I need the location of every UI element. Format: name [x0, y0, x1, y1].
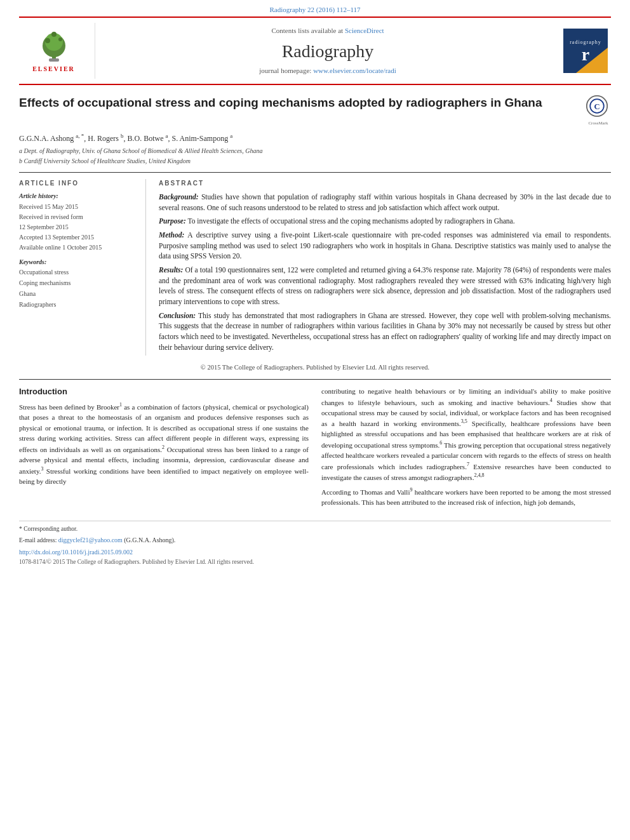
affiliation-b: b Cardiff University School of Healthcar… — [19, 157, 611, 166]
journal-title: Radiography — [102, 39, 554, 63]
article-title: Effects of occupational stress and copin… — [19, 95, 579, 111]
received-revised-date: 12 September 2015 — [19, 222, 138, 232]
doi-line: http://dx.doi.org/10.1016/j.jradi.2015.0… — [19, 548, 611, 557]
email-author-name: (G.G.N.A. Ashong). — [124, 537, 175, 543]
available-date: Available online 1 October 2015 — [19, 243, 138, 253]
abstract-results: Results: Of a total 190 questionnaires s… — [159, 265, 611, 307]
history-label: Article history: — [19, 192, 138, 201]
abstract-conclusion: Conclusion: This study has demonstrated … — [159, 310, 611, 353]
introduction-heading: Introduction — [19, 386, 309, 397]
email-note: E-mail address: diggyclef21@yahoo.com (G… — [19, 536, 611, 545]
journal-center: Contents lists available at ScienceDirec… — [95, 23, 560, 79]
crossmark-label: CrossMark — [586, 121, 611, 127]
received-date: Received 15 May 2015 — [19, 202, 138, 212]
doi-link[interactable]: http://dx.doi.org/10.1016/j.jradi.2015.0… — [19, 549, 133, 556]
article-main: Effects of occupational stress and copin… — [19, 95, 611, 566]
article-title-section: Effects of occupational stress and copin… — [19, 95, 611, 127]
keywords-label: Keywords: — [19, 258, 138, 267]
elsevier-logo: ELSEVIER — [19, 23, 95, 79]
contents-available-line: Contents lists available at ScienceDirec… — [102, 26, 554, 36]
article-info-label: ARTICLE INFO — [19, 179, 138, 188]
svg-point-5 — [51, 32, 57, 37]
svg-text:C: C — [594, 102, 600, 111]
contents-text: Contents lists available at — [271, 27, 343, 34]
abstract-method: Method: A descriptive survey using a fiv… — [159, 230, 611, 262]
copyright-line: © 2015 The College of Radiographers. Pub… — [19, 363, 611, 373]
svg-point-4 — [58, 37, 62, 41]
method-text: A descriptive survey using a five-point … — [159, 231, 611, 260]
section-divider-bottom — [19, 379, 611, 380]
crossmark-icon: C — [586, 95, 608, 117]
conclusion-text: This study has demonstrated that most ra… — [159, 312, 611, 351]
affiliation-a: a Dept. of Radiography, Univ. of Ghana S… — [19, 147, 611, 156]
issn-line: 1078-8174/© 2015 The College of Radiogra… — [19, 558, 611, 566]
intro-left-para1: Stress has been defined by Brooker1 as a… — [19, 401, 309, 486]
email-link[interactable]: diggyclef21@yahoo.com — [58, 537, 123, 543]
abstract-label: ABSTRACT — [159, 179, 611, 188]
article-columns: ARTICLE INFO Article history: Received 1… — [19, 179, 611, 356]
abstract-purpose: Purpose: To investigate the effects of o… — [159, 216, 611, 227]
article-footer: * Corresponding author. E-mail address: … — [19, 521, 611, 566]
journal-citation: Radiography 22 (2016) 112–117 — [269, 6, 360, 13]
elsevier-tree-icon — [35, 28, 73, 63]
crossmark-logo: C CrossMark — [586, 95, 611, 127]
article-dates: Received 15 May 2015 Received in revised… — [19, 202, 138, 253]
conclusion-label: Conclusion: — [159, 312, 196, 319]
keyword-1: Occupational stress — [19, 267, 138, 277]
intro-right-para2: According to Thomas and Valli9 healthcar… — [321, 486, 611, 508]
sciencedirect-link[interactable]: ScienceDirect — [345, 27, 384, 34]
keyword-2: Coping mechanisms — [19, 277, 138, 288]
purpose-label: Purpose: — [159, 217, 186, 225]
radi-triangle-decoration — [576, 48, 608, 73]
abstract-column: ABSTRACT Background: Studies have shown … — [159, 179, 611, 356]
section-divider-top — [19, 172, 611, 173]
abstract-background: Background: Studies have shown that popu… — [159, 192, 611, 213]
journal-homepage-line: journal homepage: www.elsevier.com/locat… — [102, 66, 554, 76]
authors-line: G.G.N.A. Ashong a, *, H. Rogers b, B.O. … — [19, 132, 611, 144]
intro-right-column: contributing to negative health behaviou… — [321, 386, 611, 511]
intro-right-para1: contributing to negative health behaviou… — [321, 386, 611, 483]
journal-top-bar: Radiography 22 (2016) 112–117 — [0, 0, 630, 17]
keywords-list: Occupational stress Coping mechanisms Gh… — [19, 267, 138, 310]
method-label: Method: — [159, 231, 184, 239]
accepted-date: Accepted 13 September 2015 — [19, 232, 138, 243]
article-info-column: ARTICLE INFO Article history: Received 1… — [19, 179, 146, 356]
email-label: E-mail address: — [19, 537, 57, 543]
keyword-3: Ghana — [19, 288, 138, 299]
author-names: G.G.N.A. Ashong a, *, H. Rogers b, B.O. … — [19, 134, 232, 143]
corresponding-label: * Corresponding author. — [19, 526, 77, 532]
elsevier-label: ELSEVIER — [32, 65, 75, 74]
intro-left-column: Introduction Stress has been defined by … — [19, 386, 309, 511]
purpose-text: To investigate the effects of occupation… — [187, 217, 514, 225]
svg-point-3 — [45, 38, 50, 43]
radiography-logo-box: radiography r — [563, 29, 608, 73]
svg-rect-6 — [49, 58, 59, 62]
results-label: Results: — [159, 266, 183, 274]
corresponding-author-note: * Corresponding author. — [19, 525, 611, 533]
received-revised-label: Received in revised form — [19, 212, 138, 222]
background-text: Studies have shown that population of ra… — [159, 193, 611, 211]
radi-logo-r: r — [582, 46, 589, 63]
background-label: Background: — [159, 193, 199, 201]
journal-right-logo: radiography r — [560, 23, 611, 79]
keyword-4: Radiographers — [19, 299, 138, 310]
results-text: Of a total 190 questionnaires sent, 122 … — [159, 266, 611, 305]
homepage-url[interactable]: www.elsevier.com/locate/radi — [313, 67, 396, 74]
journal-header: ELSEVIER Contents lists available at Sci… — [19, 17, 611, 85]
homepage-label: journal homepage: — [259, 67, 311, 74]
introduction-section: Introduction Stress has been defined by … — [19, 386, 611, 511]
